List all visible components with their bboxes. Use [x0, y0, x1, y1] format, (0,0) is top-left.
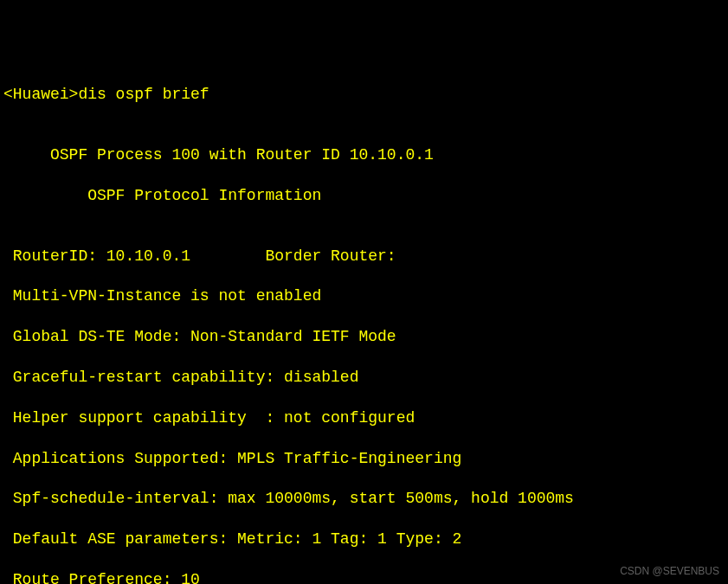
terminal-output-line: OSPF Process 100 with Router ID 10.10.0.…: [3, 145, 725, 165]
terminal-output-line: Graceful-restart capability: disabled: [3, 368, 725, 388]
terminal-output-line: Default ASE parameters: Metric: 1 Tag: 1…: [3, 529, 725, 549]
terminal-output-line: Route Preference: 10: [3, 570, 725, 584]
terminal-output-line: Applications Supported: MPLS Traffic-Eng…: [3, 449, 725, 469]
terminal-output-line: Global DS-TE Mode: Non-Standard IETF Mod…: [3, 327, 725, 347]
terminal-output-line: OSPF Protocol Information: [3, 186, 725, 206]
terminal-output-line: Multi-VPN-Instance is not enabled: [3, 286, 725, 306]
terminal-prompt-line[interactable]: <Huawei>dis ospf brief: [3, 85, 725, 105]
terminal-output-line: Helper support capability : not configur…: [3, 408, 725, 428]
terminal-output-line: Spf-schedule-interval: max 10000ms, star…: [3, 489, 725, 509]
watermark-text: CSDN @SEVENBUS: [620, 565, 719, 579]
terminal-output-line: RouterID: 10.10.0.1 Border Router:: [3, 247, 725, 266]
